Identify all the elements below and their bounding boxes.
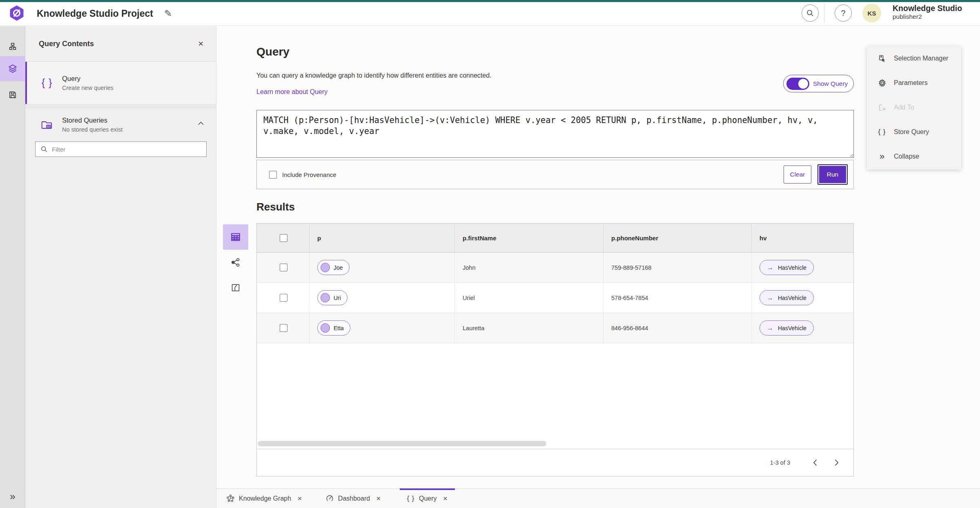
show-query-toggle[interactable]: Show Query [783,75,854,92]
results-table: p p.firstName p.phoneNumber hv Joe John … [256,223,854,477]
avatar[interactable]: KS [862,4,881,22]
view-table-button[interactable] [223,224,248,250]
add-to-icon [878,103,886,112]
close-tab-icon[interactable]: ✕ [376,495,381,502]
query-editor: MATCH (p:Person)-[hv:HasVehicle]->(v:Veh… [256,110,854,189]
pagination-range: 1-3 of 3 [770,459,790,466]
query-section-title: Query [256,45,290,58]
selection-manager-icon [878,54,886,63]
sidebar-item-lineage[interactable] [0,34,25,59]
tab-knowledge-graph[interactable]: Knowledge Graph ✕ [219,489,310,508]
include-provenance-label: Include Provenance [282,171,336,178]
chevron-right-icon [834,459,839,466]
cell-phonenumber: 846-956-8644 [611,325,648,331]
table-row: Etta Lauretta 846-956-8644 → HasVehicle [257,313,853,343]
close-tab-icon[interactable]: ✕ [443,495,448,502]
expand-panel-button[interactable]: » [0,488,25,505]
entity-node-icon [321,323,330,333]
column-header-firstname: p.firstName [463,235,497,242]
include-provenance-checkbox[interactable] [269,171,277,179]
panel-item-stored-label: Stored Queries [62,116,122,124]
toggle-knob [798,79,808,89]
next-page-button[interactable] [830,456,844,470]
close-panel-button[interactable]: ✕ [198,40,204,48]
relation-pill[interactable]: → HasVehicle [760,260,814,275]
view-graph-button[interactable] [223,250,248,275]
toggle-track [786,78,809,90]
dashboard-gauge-icon [326,495,334,502]
panel-header: Query Contents ✕ [25,26,216,62]
table-row: Uri Uriel 578-654-7854 → HasVehicle [257,283,853,313]
search-button[interactable] [802,4,819,22]
query-contents-panel: Query Contents ✕ { } Query Create new qu… [25,26,216,508]
panel-section-gap [25,104,216,109]
braces-icon: { } [877,128,887,136]
tab-dashboard[interactable]: Dashboard ✕ [318,489,388,508]
clear-button[interactable]: Clear [784,166,811,184]
help-button[interactable]: ? [835,4,852,22]
entity-pill[interactable]: Etta [317,320,350,336]
filter-input[interactable] [52,146,201,153]
run-button[interactable]: Run [817,164,848,185]
table-view-icon [230,232,241,242]
tab-query[interactable]: { } Query ✕ [400,489,455,508]
row-checkbox[interactable] [280,324,287,332]
entity-pill[interactable]: Joe [317,260,350,275]
braces-icon: { } [407,495,414,502]
entity-node-icon [321,293,330,302]
selection-manager-button[interactable]: Selection Manager [867,46,961,71]
table-row: Joe John 759-889-57168 → HasVehicle [257,253,853,283]
select-all-checkbox[interactable] [280,234,287,242]
entity-pill[interactable]: Uri [317,290,347,305]
sidebar-item-save[interactable] [0,82,25,107]
table-header-row: p p.firstName p.phoneNumber hv [257,224,853,253]
panel-item-stored-queries[interactable]: Stored Queries No stored queries exist [25,109,216,141]
network-view-icon [231,257,241,267]
column-header-hv: hv [760,235,767,242]
left-icon-rail: » [0,26,25,508]
relation-pill[interactable]: → HasVehicle [760,290,814,305]
chevron-double-right-icon: » [877,152,887,161]
learn-more-link[interactable]: Learn more about Query [256,88,327,96]
row-checkbox[interactable] [280,294,287,302]
cell-phonenumber: 578-654-7854 [611,295,648,301]
arrow-right-icon: → [767,294,773,302]
collapse-tools-button[interactable]: » Collapse [867,144,961,169]
query-tools-panel: Selection Manager Parameters Add To { } [867,46,961,170]
show-query-label: Show Query [813,80,848,87]
column-header-phonenumber: p.phoneNumber [611,235,658,242]
user-app-name: Knowledge Studio [893,4,962,13]
query-textarea[interactable]: MATCH (p:Person)-[hv:HasVehicle]->(v:Veh… [256,110,854,158]
row-checkbox[interactable] [280,264,287,271]
knowledge-graph-icon [227,495,234,502]
panel-title: Query Contents [39,40,198,48]
sidebar-item-query[interactable] [0,56,25,81]
chevron-up-icon [198,121,204,125]
collapse-stored-queries-button[interactable] [198,121,204,125]
results-title: Results [256,201,295,213]
parameters-button[interactable]: Parameters [867,71,961,95]
user-info: Knowledge Studio publisher2 [893,4,962,21]
cell-firstname: Lauretta [463,325,484,331]
search-icon [806,9,814,17]
panel-item-stored-description: No stored queries exist [62,126,122,133]
horizontal-scrollbar-thumb[interactable] [258,441,546,446]
store-query-button[interactable]: { } Store Query [867,120,961,144]
header-divider [824,3,824,23]
chevron-double-right-icon: » [10,491,15,502]
main-content: Query You can query a knowledge graph to… [217,26,980,488]
panel-item-query[interactable]: { } Query Create new queries [25,62,216,104]
previous-page-button[interactable] [808,456,822,470]
view-map-button[interactable] [223,275,248,300]
cell-phonenumber: 759-889-57168 [611,264,651,271]
help-icon: ? [841,9,845,18]
bottom-tab-bar: Knowledge Graph ✕ Dashboard ✕ { } Query … [217,488,980,508]
chevron-left-icon [813,459,817,466]
add-to-button: Add To [867,95,961,120]
close-tab-icon[interactable]: ✕ [297,495,302,502]
window-accent-line [0,0,980,2]
table-footer: 1-3 of 3 [257,449,853,476]
edit-project-title-icon[interactable]: ✎ [164,0,172,26]
relation-pill[interactable]: → HasVehicle [760,320,814,336]
cell-firstname: Uriel [463,295,475,301]
